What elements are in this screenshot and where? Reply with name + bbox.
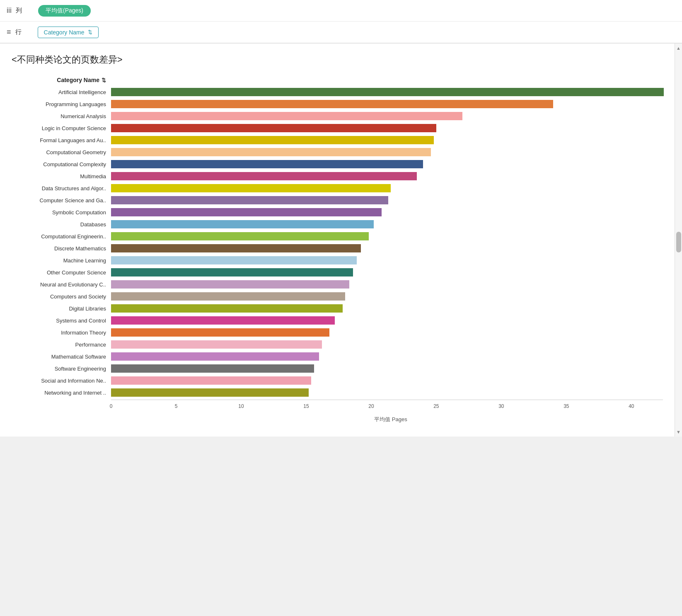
chart-panel: <不同种类论文的页数差异> Category Name ⇅ Artificial… — [0, 44, 682, 437]
bar-label: Social and Information Ne.. — [12, 378, 111, 384]
bar-fill — [111, 364, 314, 373]
bar-track — [111, 340, 670, 349]
bar-fill — [111, 148, 431, 156]
col-pill[interactable]: 平均值(Pages) — [38, 5, 91, 17]
bar-fill — [111, 136, 434, 144]
bar-track — [111, 364, 670, 373]
bar-label: Multimedia — [12, 173, 111, 179]
x-tick: 5 — [175, 403, 178, 409]
bar-fill — [111, 292, 345, 301]
bar-label: Information Theory — [12, 330, 111, 336]
bar-track — [111, 184, 670, 192]
bar-row: Other Computer Science — [12, 267, 670, 278]
bar-row: Mathematical Software — [12, 351, 670, 362]
bar-row: Symbolic Computation — [12, 206, 670, 218]
bar-fill — [111, 328, 329, 337]
bar-fill — [111, 340, 322, 349]
bar-track — [111, 304, 670, 313]
bar-track — [111, 136, 670, 144]
bar-row: Digital Libraries — [12, 303, 670, 314]
x-tick: 35 — [563, 403, 569, 409]
x-tick: 25 — [433, 403, 439, 409]
bar-fill — [111, 124, 436, 132]
bar-fill — [111, 100, 553, 108]
bar-row: Machine Learning — [12, 255, 670, 266]
bar-track — [111, 388, 670, 397]
bar-row: Social and Information Ne.. — [12, 375, 670, 386]
scroll-thumb[interactable] — [676, 232, 681, 252]
bar-fill — [111, 208, 382, 216]
bar-label: Artificial Intelligence — [12, 89, 111, 95]
bar-fill — [111, 268, 353, 276]
bar-track — [111, 328, 670, 337]
bar-label: Networking and Internet .. — [12, 390, 111, 396]
bar-fill — [111, 112, 462, 120]
bar-fill — [111, 388, 309, 397]
bar-label: Logic in Computer Science — [12, 125, 111, 131]
bar-fill — [111, 88, 664, 96]
chart-title: <不同种类论文的页数差异> — [12, 53, 670, 66]
bar-fill — [111, 280, 349, 289]
bar-row: Software Engineering — [12, 363, 670, 374]
x-axis-ticks: 0510152025303540 — [111, 403, 670, 412]
bar-row: Computational Geometry — [12, 146, 670, 158]
bar-row: Computer Science and Ga.. — [12, 194, 670, 206]
bar-label: Mathematical Software — [12, 354, 111, 360]
chart-area: Category Name ⇅ Artificial IntelligenceP… — [12, 74, 670, 423]
bar-row: Networking and Internet .. — [12, 387, 670, 398]
x-tick: 10 — [238, 403, 244, 409]
bar-label: Performance — [12, 342, 111, 348]
bar-label: Formal Languages and Au.. — [12, 137, 111, 143]
x-tick: 0 — [110, 403, 113, 409]
col-label: 列 — [16, 7, 32, 15]
bar-row: Systems and Control — [12, 315, 670, 326]
bar-row: Information Theory — [12, 327, 670, 338]
bar-fill — [111, 160, 423, 168]
bar-row: Computational Complexity — [12, 158, 670, 170]
bar-row: Computational Engineerin.. — [12, 230, 670, 242]
sort-icon: ⇅ — [88, 29, 92, 35]
row-pill[interactable]: Category Name ⇅ — [38, 27, 99, 38]
bar-label: Programming Languages — [12, 101, 111, 107]
x-tick: 40 — [629, 403, 634, 409]
bar-label: Digital Libraries — [12, 306, 111, 312]
bar-label: Computers and Society — [12, 293, 111, 300]
bar-row: Discrete Mathematics — [12, 243, 670, 254]
scroll-down-button[interactable]: ▼ — [675, 427, 682, 437]
bar-track — [111, 220, 670, 228]
bar-track — [111, 292, 670, 301]
bar-fill — [111, 184, 391, 192]
bar-track — [111, 256, 670, 264]
bar-row: Databases — [12, 218, 670, 230]
category-sort-icon[interactable]: ⇅ — [102, 77, 106, 83]
bar-track — [111, 352, 670, 361]
bar-fill — [111, 244, 361, 252]
bars-container: Artificial IntelligenceProgramming Langu… — [12, 86, 670, 399]
x-tick: 30 — [498, 403, 504, 409]
bar-row: Neural and Evolutionary C.. — [12, 279, 670, 290]
bar-track — [111, 232, 670, 240]
bar-track — [111, 280, 670, 289]
col-icon: iii — [7, 6, 12, 15]
chart-container: <不同种类论文的页数差异> Category Name ⇅ Artificial… — [0, 44, 682, 437]
scroll-up-button[interactable]: ▲ — [675, 44, 682, 53]
bar-label: Machine Learning — [12, 257, 111, 264]
row-label: 行 — [15, 28, 32, 36]
chart-header: Category Name ⇅ — [12, 74, 670, 86]
bar-row: Programming Languages — [12, 98, 670, 110]
bar-row: Computers and Society — [12, 291, 670, 302]
bar-row: Data Structures and Algor.. — [12, 182, 670, 194]
bar-track — [111, 244, 670, 252]
bar-row: Multimedia — [12, 170, 670, 182]
x-tick: 15 — [303, 403, 309, 409]
scrollbar[interactable]: ▲ ▼ — [675, 44, 682, 437]
row-icon: ≡ — [7, 28, 11, 36]
bar-track — [111, 148, 670, 156]
bar-label: Discrete Mathematics — [12, 245, 111, 252]
bar-label: Other Computer Science — [12, 269, 111, 276]
bar-label: Computational Geometry — [12, 149, 111, 155]
category-header: Category Name ⇅ — [12, 77, 111, 83]
bar-row: Artificial Intelligence — [12, 86, 670, 98]
x-tick: 20 — [368, 403, 374, 409]
bar-row: Logic in Computer Science — [12, 122, 670, 134]
